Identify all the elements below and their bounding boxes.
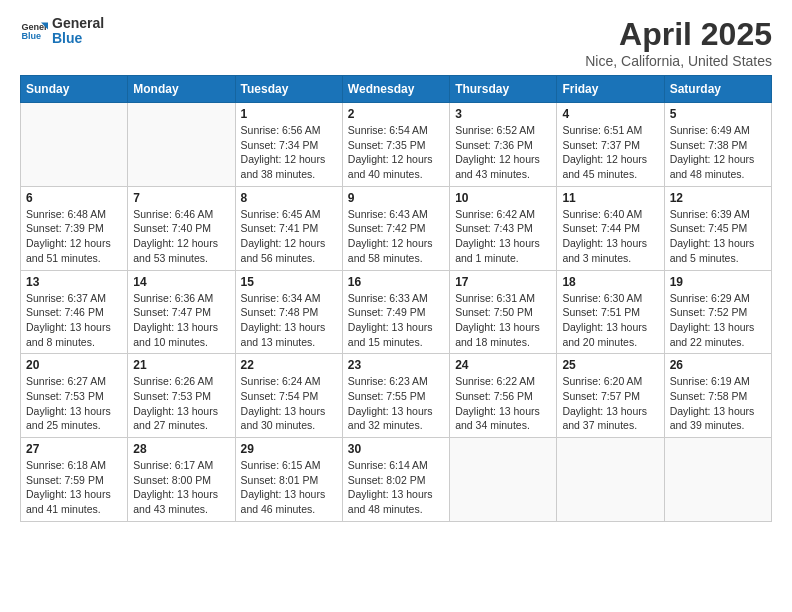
day-number: 18 [562, 275, 658, 289]
day-info: Sunrise: 6:14 AMSunset: 8:02 PMDaylight:… [348, 458, 444, 517]
day-info: Sunrise: 6:46 AMSunset: 7:40 PMDaylight:… [133, 207, 229, 266]
day-number: 11 [562, 191, 658, 205]
calendar-cell: 23Sunrise: 6:23 AMSunset: 7:55 PMDayligh… [342, 354, 449, 438]
day-number: 28 [133, 442, 229, 456]
calendar-cell: 11Sunrise: 6:40 AMSunset: 7:44 PMDayligh… [557, 186, 664, 270]
day-info: Sunrise: 6:36 AMSunset: 7:47 PMDaylight:… [133, 291, 229, 350]
day-info: Sunrise: 6:45 AMSunset: 7:41 PMDaylight:… [241, 207, 337, 266]
calendar-cell: 27Sunrise: 6:18 AMSunset: 7:59 PMDayligh… [21, 438, 128, 522]
calendar-cell: 6Sunrise: 6:48 AMSunset: 7:39 PMDaylight… [21, 186, 128, 270]
title-block: April 2025 Nice, California, United Stat… [585, 16, 772, 69]
calendar-cell: 22Sunrise: 6:24 AMSunset: 7:54 PMDayligh… [235, 354, 342, 438]
day-number: 30 [348, 442, 444, 456]
day-info: Sunrise: 6:31 AMSunset: 7:50 PMDaylight:… [455, 291, 551, 350]
day-info: Sunrise: 6:26 AMSunset: 7:53 PMDaylight:… [133, 374, 229, 433]
calendar-cell: 24Sunrise: 6:22 AMSunset: 7:56 PMDayligh… [450, 354, 557, 438]
day-number: 8 [241, 191, 337, 205]
day-number: 16 [348, 275, 444, 289]
day-number: 12 [670, 191, 766, 205]
calendar-cell: 30Sunrise: 6:14 AMSunset: 8:02 PMDayligh… [342, 438, 449, 522]
day-number: 13 [26, 275, 122, 289]
calendar-cell: 10Sunrise: 6:42 AMSunset: 7:43 PMDayligh… [450, 186, 557, 270]
day-number: 26 [670, 358, 766, 372]
day-info: Sunrise: 6:24 AMSunset: 7:54 PMDaylight:… [241, 374, 337, 433]
day-info: Sunrise: 6:17 AMSunset: 8:00 PMDaylight:… [133, 458, 229, 517]
calendar-cell: 13Sunrise: 6:37 AMSunset: 7:46 PMDayligh… [21, 270, 128, 354]
calendar-cell: 12Sunrise: 6:39 AMSunset: 7:45 PMDayligh… [664, 186, 771, 270]
calendar-header-sunday: Sunday [21, 76, 128, 103]
day-number: 14 [133, 275, 229, 289]
calendar-cell [21, 103, 128, 187]
calendar-cell: 15Sunrise: 6:34 AMSunset: 7:48 PMDayligh… [235, 270, 342, 354]
calendar-cell: 9Sunrise: 6:43 AMSunset: 7:42 PMDaylight… [342, 186, 449, 270]
day-info: Sunrise: 6:40 AMSunset: 7:44 PMDaylight:… [562, 207, 658, 266]
day-number: 29 [241, 442, 337, 456]
day-info: Sunrise: 6:42 AMSunset: 7:43 PMDaylight:… [455, 207, 551, 266]
calendar-cell: 8Sunrise: 6:45 AMSunset: 7:41 PMDaylight… [235, 186, 342, 270]
calendar-cell: 21Sunrise: 6:26 AMSunset: 7:53 PMDayligh… [128, 354, 235, 438]
day-number: 24 [455, 358, 551, 372]
day-info: Sunrise: 6:19 AMSunset: 7:58 PMDaylight:… [670, 374, 766, 433]
day-info: Sunrise: 6:43 AMSunset: 7:42 PMDaylight:… [348, 207, 444, 266]
day-number: 10 [455, 191, 551, 205]
calendar-cell: 7Sunrise: 6:46 AMSunset: 7:40 PMDaylight… [128, 186, 235, 270]
page: General Blue General Blue April 2025 Nic… [0, 0, 792, 612]
day-info: Sunrise: 6:23 AMSunset: 7:55 PMDaylight:… [348, 374, 444, 433]
day-number: 23 [348, 358, 444, 372]
day-number: 4 [562, 107, 658, 121]
calendar-cell: 3Sunrise: 6:52 AMSunset: 7:36 PMDaylight… [450, 103, 557, 187]
logo-general: General [52, 16, 104, 31]
calendar-cell: 29Sunrise: 6:15 AMSunset: 8:01 PMDayligh… [235, 438, 342, 522]
calendar-cell: 16Sunrise: 6:33 AMSunset: 7:49 PMDayligh… [342, 270, 449, 354]
day-number: 1 [241, 107, 337, 121]
header: General Blue General Blue April 2025 Nic… [20, 16, 772, 69]
calendar-header-thursday: Thursday [450, 76, 557, 103]
location-title: Nice, California, United States [585, 53, 772, 69]
day-number: 5 [670, 107, 766, 121]
calendar-cell: 19Sunrise: 6:29 AMSunset: 7:52 PMDayligh… [664, 270, 771, 354]
day-number: 27 [26, 442, 122, 456]
calendar-week-5: 27Sunrise: 6:18 AMSunset: 7:59 PMDayligh… [21, 438, 772, 522]
calendar-cell: 17Sunrise: 6:31 AMSunset: 7:50 PMDayligh… [450, 270, 557, 354]
day-info: Sunrise: 6:56 AMSunset: 7:34 PMDaylight:… [241, 123, 337, 182]
calendar-week-2: 6Sunrise: 6:48 AMSunset: 7:39 PMDaylight… [21, 186, 772, 270]
day-number: 17 [455, 275, 551, 289]
calendar-cell [557, 438, 664, 522]
day-info: Sunrise: 6:48 AMSunset: 7:39 PMDaylight:… [26, 207, 122, 266]
calendar-cell: 28Sunrise: 6:17 AMSunset: 8:00 PMDayligh… [128, 438, 235, 522]
calendar-week-4: 20Sunrise: 6:27 AMSunset: 7:53 PMDayligh… [21, 354, 772, 438]
calendar-header-friday: Friday [557, 76, 664, 103]
day-number: 21 [133, 358, 229, 372]
day-info: Sunrise: 6:54 AMSunset: 7:35 PMDaylight:… [348, 123, 444, 182]
calendar-cell: 1Sunrise: 6:56 AMSunset: 7:34 PMDaylight… [235, 103, 342, 187]
calendar-header-tuesday: Tuesday [235, 76, 342, 103]
calendar-cell: 25Sunrise: 6:20 AMSunset: 7:57 PMDayligh… [557, 354, 664, 438]
day-number: 2 [348, 107, 444, 121]
day-number: 7 [133, 191, 229, 205]
day-info: Sunrise: 6:39 AMSunset: 7:45 PMDaylight:… [670, 207, 766, 266]
day-info: Sunrise: 6:51 AMSunset: 7:37 PMDaylight:… [562, 123, 658, 182]
calendar-cell: 26Sunrise: 6:19 AMSunset: 7:58 PMDayligh… [664, 354, 771, 438]
calendar-cell: 5Sunrise: 6:49 AMSunset: 7:38 PMDaylight… [664, 103, 771, 187]
calendar-week-3: 13Sunrise: 6:37 AMSunset: 7:46 PMDayligh… [21, 270, 772, 354]
day-number: 3 [455, 107, 551, 121]
day-number: 6 [26, 191, 122, 205]
day-info: Sunrise: 6:22 AMSunset: 7:56 PMDaylight:… [455, 374, 551, 433]
day-info: Sunrise: 6:20 AMSunset: 7:57 PMDaylight:… [562, 374, 658, 433]
day-info: Sunrise: 6:52 AMSunset: 7:36 PMDaylight:… [455, 123, 551, 182]
day-info: Sunrise: 6:33 AMSunset: 7:49 PMDaylight:… [348, 291, 444, 350]
day-number: 22 [241, 358, 337, 372]
day-info: Sunrise: 6:34 AMSunset: 7:48 PMDaylight:… [241, 291, 337, 350]
calendar-table: SundayMondayTuesdayWednesdayThursdayFrid… [20, 75, 772, 522]
calendar-cell: 20Sunrise: 6:27 AMSunset: 7:53 PMDayligh… [21, 354, 128, 438]
calendar-week-1: 1Sunrise: 6:56 AMSunset: 7:34 PMDaylight… [21, 103, 772, 187]
day-number: 20 [26, 358, 122, 372]
day-number: 9 [348, 191, 444, 205]
day-info: Sunrise: 6:18 AMSunset: 7:59 PMDaylight:… [26, 458, 122, 517]
day-info: Sunrise: 6:29 AMSunset: 7:52 PMDaylight:… [670, 291, 766, 350]
day-info: Sunrise: 6:15 AMSunset: 8:01 PMDaylight:… [241, 458, 337, 517]
calendar-cell [128, 103, 235, 187]
svg-text:Blue: Blue [21, 32, 41, 42]
calendar-header-monday: Monday [128, 76, 235, 103]
day-info: Sunrise: 6:30 AMSunset: 7:51 PMDaylight:… [562, 291, 658, 350]
